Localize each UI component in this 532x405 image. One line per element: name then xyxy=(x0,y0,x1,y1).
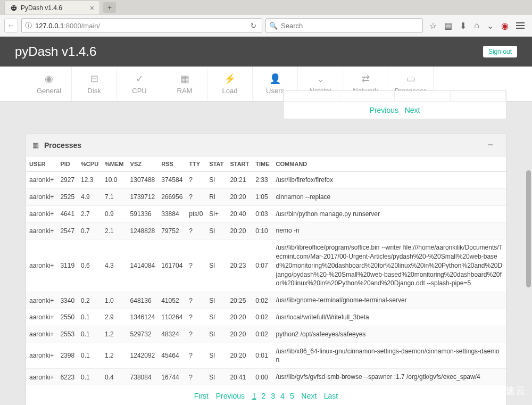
cloud-icon xyxy=(479,385,493,398)
scrollbar[interactable] xyxy=(526,170,531,287)
cell-rss: 161704 xyxy=(158,239,186,292)
pager-page[interactable]: 2 xyxy=(262,392,266,400)
cell-time: 0:02 xyxy=(252,326,272,343)
pager-page[interactable]: 3 xyxy=(271,392,275,400)
nav-load[interactable]: ⚡Load xyxy=(207,67,253,101)
table-row: aaronki+25470.72.1124882879752?Sl20:200:… xyxy=(26,222,506,239)
cell-cpu: 0.7 xyxy=(78,222,102,239)
cell-vsz: 591336 xyxy=(127,205,159,222)
browser-chrome: PyDash v1.4.6 × + ← ⓘ 127.0.0.1:8000/mai… xyxy=(0,0,532,37)
new-tab-button[interactable]: + xyxy=(103,2,116,13)
pager-first[interactable]: First xyxy=(194,392,209,400)
cell-tty: ? xyxy=(186,222,206,239)
collapse-icon[interactable]: − xyxy=(487,139,500,151)
clipboard-icon[interactable]: ▤ xyxy=(444,21,452,31)
search-input[interactable] xyxy=(281,22,419,30)
cell-rss: 33884 xyxy=(158,205,186,222)
cell-stat: Sl xyxy=(206,343,227,369)
user-icon: 👤 xyxy=(253,73,297,85)
pager-prev[interactable]: Previous xyxy=(216,392,245,400)
cell-rss: 45464 xyxy=(158,343,186,369)
nav-cpu[interactable]: ✓CPU xyxy=(117,67,162,101)
cell-stat: Sl xyxy=(206,292,227,309)
cell-tty: ? xyxy=(186,239,206,292)
downloads-icon[interactable]: ⬇ xyxy=(460,21,467,31)
cell-vsz: 1414084 xyxy=(127,239,159,292)
cell-rss: 374584 xyxy=(158,172,186,189)
pocket-icon[interactable]: ⌄ xyxy=(487,21,494,31)
cell-rss: 110264 xyxy=(158,309,186,326)
cell-cpu: 4.9 xyxy=(78,188,102,205)
cell-mem: 4.3 xyxy=(102,239,127,292)
info-icon[interactable]: ⓘ xyxy=(25,21,32,30)
pager-page[interactable]: 4 xyxy=(280,392,285,400)
table-icon: ▦ xyxy=(32,141,39,149)
cell-start: 20:20 xyxy=(227,309,252,326)
cell-cpu: 0.2 xyxy=(78,292,102,309)
top-panel-pager: Previous Next xyxy=(284,102,506,119)
cell-user: aaronki+ xyxy=(26,222,57,239)
menu-icon[interactable] xyxy=(516,22,525,29)
nav-general[interactable]: ◉General xyxy=(27,67,72,101)
cell-tty: ? xyxy=(186,309,206,326)
content: ▦ Processes − USERPID%CPU%MEMVSZRSSTTYST… xyxy=(0,102,532,405)
back-button[interactable]: ← xyxy=(4,19,18,32)
cell-user: aaronki+ xyxy=(26,239,57,292)
cell-tty: ? xyxy=(186,188,206,205)
column-header: RSS xyxy=(158,156,186,172)
cell-tty: ? xyxy=(186,172,206,189)
cell-vsz: 1739712 xyxy=(127,188,159,205)
tab-bar: PyDash v1.4.6 × + xyxy=(0,0,532,15)
cell-start: 20:20 xyxy=(227,188,252,205)
svg-rect-3 xyxy=(12,6,14,6)
svg-point-1 xyxy=(12,7,13,9)
cell-time: 1:05 xyxy=(252,188,272,205)
address-bar[interactable]: ⓘ 127.0.0.1:8000/main/ ↻ xyxy=(21,18,262,33)
cell-pid: 2547 xyxy=(57,222,78,239)
prev-link[interactable]: Previous xyxy=(370,106,398,114)
window-icon: ▭ xyxy=(388,73,433,85)
bookmark-star-icon[interactable]: ☆ xyxy=(429,21,437,31)
cell-user: aaronki+ xyxy=(26,205,57,222)
nav-disk[interactable]: ⊟Disk xyxy=(72,67,117,101)
column-header: TTY xyxy=(186,156,206,172)
home-icon[interactable]: ⌂ xyxy=(474,21,479,30)
pager-page[interactable]: 5 xyxy=(290,392,294,400)
pinterest-icon[interactable]: ◉ xyxy=(501,21,509,31)
pager-next[interactable]: Next xyxy=(301,392,317,400)
cell-user: aaronki+ xyxy=(26,343,57,369)
signout-button[interactable]: Sign out xyxy=(483,46,517,57)
cell-mem: 10.0 xyxy=(102,172,127,189)
cell-tty: ? xyxy=(186,343,206,369)
column-header: VSZ xyxy=(127,156,159,172)
table-row: aaronki+31190.64.31414084161704?Sl20:230… xyxy=(26,239,506,292)
cell-mem: 0.9 xyxy=(102,205,127,222)
cell-pid: 2398 xyxy=(57,343,78,369)
column-header: COMMAND xyxy=(273,156,506,172)
cell-pid: 2553 xyxy=(57,326,78,343)
cell-vsz: 1307488 xyxy=(127,172,159,189)
cell-time: 0:01 xyxy=(252,343,272,369)
cell-mem: 1.0 xyxy=(102,292,127,309)
nav-ram[interactable]: ▦RAM xyxy=(162,67,207,101)
column-header: START xyxy=(227,156,252,172)
close-icon[interactable]: × xyxy=(90,4,94,12)
cell-rss: 266956 xyxy=(158,188,186,205)
cell-stat: Rl xyxy=(206,188,227,205)
processes-panel: ▦ Processes − USERPID%CPU%MEMVSZRSSTTYST… xyxy=(26,134,506,405)
pager-page[interactable]: 1 xyxy=(252,392,256,400)
next-link[interactable]: Next xyxy=(405,106,420,114)
refresh-icon[interactable]: ↻ xyxy=(248,22,259,30)
cell-user: aaronki+ xyxy=(26,172,57,189)
cell-cpu: 0.1 xyxy=(78,343,102,369)
pager-last[interactable]: Last xyxy=(324,392,338,400)
cell-mem: 7.1 xyxy=(102,188,127,205)
check-icon: ✓ xyxy=(117,73,162,85)
app-header: pyDash v1.4.6 Sign out xyxy=(0,37,532,67)
search-bar[interactable]: 🔍 xyxy=(265,18,423,33)
cell-pid: 2525 xyxy=(57,188,78,205)
cell-vsz: 1242092 xyxy=(127,343,159,369)
browser-tab[interactable]: PyDash v1.4.6 × xyxy=(4,1,100,14)
cell-tty: pts/0 xyxy=(186,205,206,222)
watermark: 亿速云 xyxy=(479,384,526,398)
